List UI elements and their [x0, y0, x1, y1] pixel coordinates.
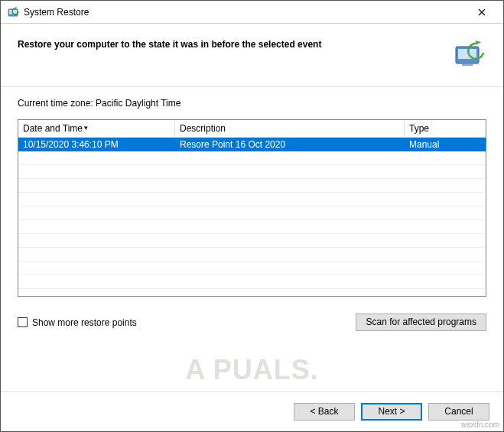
restore-icon: [7, 6, 19, 18]
cell-datetime: 10/15/2020 3:46:10 PM: [18, 139, 175, 150]
column-header-description-label: Description: [180, 123, 226, 134]
show-more-checkbox[interactable]: Show more restore points: [18, 317, 137, 328]
column-header-type[interactable]: Type: [405, 120, 486, 137]
table-row-empty: [18, 165, 486, 179]
close-button[interactable]: [467, 2, 497, 23]
show-more-label: Show more restore points: [32, 317, 137, 328]
back-button[interactable]: < Back: [294, 403, 355, 421]
table-row-empty: [18, 206, 486, 220]
restore-large-icon: [451, 37, 486, 73]
checkbox-icon: [18, 317, 28, 327]
table-row-empty: [18, 234, 486, 248]
column-header-description[interactable]: Description: [175, 120, 405, 137]
column-header-datetime-label: Date and Time: [23, 123, 83, 134]
scan-affected-button[interactable]: Scan for affected programs: [356, 313, 486, 331]
restore-points-table: Date and Time ▾ Description Type 10/15/2…: [18, 119, 486, 297]
window-title: System Restore: [24, 7, 467, 18]
table-row-empty: [18, 193, 486, 206]
page-heading: Restore your computer to the state it wa…: [18, 37, 436, 50]
table-row-empty: [18, 151, 486, 165]
svg-rect-3: [458, 49, 476, 59]
column-header-datetime[interactable]: Date and Time ▾: [18, 120, 175, 137]
table-row-empty: [18, 248, 486, 261]
titlebar: System Restore: [1, 1, 503, 24]
table-header: Date and Time ▾ Description Type: [18, 120, 486, 138]
table-body[interactable]: 10/15/2020 3:46:10 PM Resore Point 16 Oc…: [18, 138, 486, 296]
header: Restore your computer to the state it wa…: [1, 24, 503, 86]
cancel-button[interactable]: Cancel: [428, 403, 489, 421]
table-row-empty: [18, 220, 486, 234]
table-row-empty: [18, 275, 486, 289]
column-header-type-label: Type: [409, 123, 429, 134]
options-row: Show more restore points Scan for affect…: [18, 313, 486, 331]
wizard-footer: < Back Next > Cancel: [1, 391, 503, 431]
table-row[interactable]: 10/15/2020 3:46:10 PM Resore Point 16 Oc…: [18, 138, 486, 151]
system-restore-window: System Restore Restore your computer to …: [0, 0, 504, 432]
content-area: Current time zone: Pacific Daylight Time…: [1, 86, 503, 391]
sort-descending-icon: ▾: [84, 124, 88, 132]
svg-rect-4: [462, 63, 473, 66]
cell-description: Resore Point 16 Oct 2020: [175, 139, 405, 150]
table-row-empty: [18, 261, 486, 275]
next-button[interactable]: Next >: [361, 403, 422, 421]
table-row-empty: [18, 179, 486, 193]
timezone-label: Current time zone: Pacific Daylight Time: [18, 98, 486, 109]
cell-type: Manual: [405, 139, 486, 150]
